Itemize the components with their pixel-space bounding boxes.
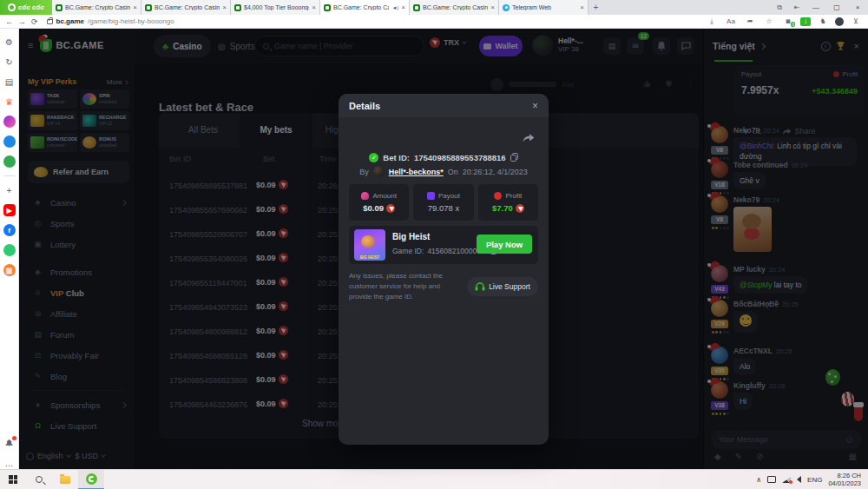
tabbar-spacer <box>603 0 771 15</box>
reading-list-icon[interactable]: ▤ <box>3 76 16 88</box>
bet-details-modal: Details × ✓ Bet ID: 17540985889553788816… <box>339 94 549 445</box>
tab-close-icon[interactable]: × <box>490 4 495 11</box>
browser-tab-active[interactable]: BC.Game: Crypto Casino◄)× <box>320 0 410 15</box>
forward-button[interactable]: → <box>18 17 26 26</box>
share-icon[interactable] <box>523 131 535 147</box>
back-button[interactable]: ← <box>5 17 13 26</box>
history-icon[interactable]: ↻ <box>3 56 16 68</box>
save-page-icon[interactable]: ⤓ <box>705 17 719 26</box>
profit-icon <box>494 192 502 200</box>
input-language-indicator[interactable]: ENG <box>807 476 822 484</box>
coccoc-taskbar-button[interactable] <box>78 470 104 489</box>
volume-tray-icon[interactable] <box>797 476 801 483</box>
play-now-button[interactable]: Play Now <box>477 235 532 254</box>
windows-logo-icon <box>9 475 17 484</box>
bettor-avatar <box>373 166 385 177</box>
adblock-shield-icon[interactable]: ◙0 <box>781 17 795 25</box>
crown-icon[interactable]: ♛ <box>3 96 16 108</box>
browser-tab[interactable]: BC.Game: Crypto Casino Ga× <box>141 0 231 15</box>
verified-check-icon: ✓ <box>369 153 378 162</box>
copy-icon[interactable] <box>510 149 518 165</box>
tab-audio-icon[interactable]: ◄) <box>391 5 398 10</box>
downloader-extension-icon[interactable]: ↓ <box>800 17 811 26</box>
games-icon[interactable] <box>3 155 16 168</box>
tray-expand-icon[interactable]: ∧ <box>756 476 761 484</box>
game-name: Big Heist <box>392 232 430 241</box>
browser-tab[interactable]: $4,000 Top Tier Booongo M× <box>231 0 320 15</box>
extension-icon[interactable]: ♞ <box>816 17 830 25</box>
trx-coin-icon <box>516 204 524 213</box>
modal-close-icon[interactable]: × <box>532 100 538 112</box>
pin-sidebar-icon[interactable]: ⇤ <box>788 0 806 15</box>
downloads-tray-icon[interactable]: ⊻ <box>849 17 863 25</box>
bet-datetime: 20:26:12, 4/1/2023 <box>463 168 528 176</box>
translate-icon[interactable]: Aa <box>724 17 738 25</box>
file-explorer-button[interactable] <box>52 470 78 489</box>
new-tab-button[interactable]: + <box>589 0 603 15</box>
sidebar-divider <box>4 175 15 176</box>
lock-icon[interactable] <box>47 19 53 24</box>
tab-close-icon[interactable]: × <box>580 4 584 11</box>
browser-address-bar: ← → ⟳ bc.game/game/big-heist-by-booongo … <box>0 15 868 29</box>
coccoc-sidebar: ⚙ ↻ ▤ ♛ + ▶ f ▥ 🔔︎ … <box>0 29 19 469</box>
tab-close-icon[interactable]: × <box>312 4 316 11</box>
share-icon[interactable]: ➦ <box>743 17 757 25</box>
windows-taskbar: ∧ ENG 8:26 CH 04/01/2023 <box>0 469 868 489</box>
bcgame-favicon <box>234 4 241 11</box>
coccoc-brand-button[interactable]: cốc cốc <box>0 0 52 15</box>
more-icon[interactable]: … <box>3 457 16 469</box>
facebook-icon[interactable]: f <box>3 224 16 236</box>
live-support-button[interactable]: Live Support <box>467 277 538 296</box>
taskbar-search-button[interactable] <box>26 470 52 489</box>
browser-tab[interactable]: BC.Game: Crypto Casino Ga× <box>410 0 499 15</box>
modal-title: Details <box>349 101 380 111</box>
tab-close-icon[interactable]: × <box>133 4 137 11</box>
search-icon <box>36 476 43 483</box>
cast-icon[interactable]: ⧉ <box>771 0 788 15</box>
coccoc-icon <box>86 473 97 485</box>
tab-close-icon[interactable]: × <box>401 4 405 11</box>
network-tray-icon[interactable] <box>782 476 791 483</box>
payout-icon <box>427 192 435 200</box>
analytics-icon[interactable] <box>3 135 16 148</box>
profit-stat-card: Profit $7.70 <box>478 184 538 221</box>
payout-stat-card: Payout 79.078 x <box>413 184 473 221</box>
coccoc-logo-icon <box>8 3 16 11</box>
bcgame-favicon <box>413 4 420 11</box>
bcgame-favicon <box>324 4 331 11</box>
tab-close-icon[interactable]: × <box>222 4 227 11</box>
big-heist-thumbnail[interactable] <box>354 229 385 261</box>
settings-gear-icon[interactable]: ⚙ <box>3 36 16 48</box>
display-tray-icon[interactable] <box>767 476 776 483</box>
bcgame-favicon <box>56 4 62 11</box>
cart-icon[interactable]: ▥ <box>3 264 16 276</box>
bcgame-favicon <box>145 4 152 11</box>
folder-icon <box>60 476 70 484</box>
trx-coin-icon <box>386 204 395 213</box>
url-field[interactable]: bc.game/game/big-heist-by-booongo <box>43 17 700 27</box>
window-close-button[interactable]: × <box>847 0 868 15</box>
notifications-bell-icon[interactable]: 🔔︎ <box>3 437 16 449</box>
zalo-icon[interactable] <box>3 244 16 256</box>
window-maximize-button[interactable]: ▢ <box>826 0 847 15</box>
browser-tab[interactable]: BC.Game: Crypto Casino Ga× <box>52 0 141 15</box>
bettor-username[interactable]: Hell*-beckons* <box>389 168 444 176</box>
support-note: Any issues, please contact the customer … <box>349 271 460 302</box>
browser-tab[interactable]: Telegram Web× <box>499 0 589 15</box>
youtube-icon[interactable]: ▶ <box>3 204 16 216</box>
bet-id-value: 17540985889553788816 <box>414 153 506 162</box>
amount-icon <box>361 192 369 200</box>
page-viewport: ⚙ ↻ ▤ ♛ + ▶ f ▥ 🔔︎ … ≡ BC.GAME My VIP Pe… <box>0 29 868 469</box>
window-minimize-button[interactable]: — <box>806 0 826 15</box>
game-card: Big Heist Game ID:4156082100006... Play … <box>349 226 538 264</box>
start-button[interactable] <box>0 470 26 489</box>
messenger-icon[interactable] <box>3 116 16 128</box>
taskbar-clock[interactable]: 8:26 CH 04/01/2023 <box>828 472 861 488</box>
refresh-button[interactable]: ⟳ <box>31 17 38 26</box>
amount-stat-card: Amount $0.09 <box>349 184 409 221</box>
bookmark-star-icon[interactable]: ☆ <box>762 17 776 25</box>
browser-profile-avatar[interactable] <box>835 17 844 26</box>
browser-tab-bar: cốc cốc BC.Game: Crypto Casino Ga× BC.Ga… <box>0 0 868 15</box>
add-icon[interactable]: + <box>3 184 16 196</box>
telegram-favicon <box>503 4 510 11</box>
